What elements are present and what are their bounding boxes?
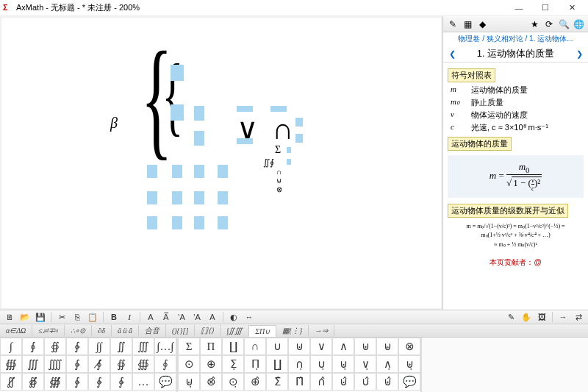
- palette-cell[interactable]: ⊗: [398, 338, 420, 355]
- palette-cell[interactable]: ⊗̂: [200, 373, 222, 391]
- palette-cell[interactable]: ∮: [22, 338, 44, 355]
- tab-arrows[interactable]: →⇒: [309, 325, 334, 336]
- arrows-icon[interactable]: ⇄: [572, 311, 585, 323]
- swap-icon[interactable]: ↔: [243, 311, 256, 323]
- palette-cell[interactable]: Π: [200, 338, 222, 355]
- palette-cell[interactable]: ∬̸: [0, 373, 22, 391]
- refresh-icon[interactable]: ⟳: [542, 18, 556, 31]
- placeholder[interactable]: [295, 118, 303, 126]
- palette-cell[interactable]: ∫∫: [88, 338, 110, 355]
- palette-cell[interactable]: ⊎: [354, 338, 376, 355]
- palette-cell[interactable]: ∪̣: [310, 355, 332, 373]
- placeholder[interactable]: [147, 216, 157, 229]
- formula-main[interactable]: m = m0 √1 − (vc)²: [448, 155, 584, 198]
- format-a3[interactable]: 'A: [175, 311, 188, 323]
- palette-cell[interactable]: Π̂: [288, 373, 310, 391]
- placeholder[interactable]: [295, 134, 303, 143]
- nav-next-icon[interactable]: ❯: [573, 49, 585, 59]
- formula-expansion[interactable]: m = m₀/√(1−(v/c)²) = m₀(1−v²/c²)^(−½) = …: [448, 219, 584, 253]
- palette-cell[interactable]: ∰: [132, 355, 154, 373]
- pencil-icon[interactable]: ✎: [446, 18, 459, 31]
- editor-canvas[interactable]: { { β ∨ ∩ Σ ∬∮ ∩ ⊎ ⊗: [1, 18, 441, 308]
- palette-cell[interactable]: ⊕̂: [244, 373, 266, 391]
- placeholder[interactable]: [147, 165, 157, 178]
- palette-cell[interactable]: ⊌̣: [178, 373, 200, 391]
- paste-icon[interactable]: 📋: [86, 311, 99, 323]
- star-icon[interactable]: ★: [528, 18, 541, 31]
- palette-cell[interactable]: ⨌: [44, 355, 66, 373]
- palette-cell[interactable]: ∯: [110, 355, 132, 373]
- search-icon[interactable]: 🔍: [557, 18, 570, 31]
- placeholder[interactable]: [218, 165, 228, 178]
- placeholder[interactable]: [172, 191, 182, 204]
- palette-cell[interactable]: ∲: [66, 338, 88, 355]
- palette-cell[interactable]: 💬: [154, 373, 176, 391]
- image-icon[interactable]: 🖼: [535, 311, 548, 323]
- cut-icon[interactable]: ✂: [55, 311, 68, 323]
- new-icon[interactable]: 🗎: [3, 311, 16, 323]
- palette-cell[interactable]: ∰̸: [44, 373, 66, 391]
- tab-delimiters[interactable]: ⟦⟧⟨⟩: [195, 325, 220, 336]
- palette-cell[interactable]: ⊎̂: [376, 373, 398, 391]
- palette-cell[interactable]: ∲: [88, 373, 110, 391]
- palette-cell[interactable]: ∐̣: [266, 355, 288, 373]
- palette-cell[interactable]: ∫: [0, 338, 22, 355]
- palette-cell[interactable]: Σ: [178, 338, 200, 355]
- grid-icon[interactable]: ▦: [461, 18, 474, 31]
- placeholder[interactable]: [218, 216, 228, 229]
- tab-phonetic[interactable]: 合音: [139, 324, 166, 338]
- tab-accents[interactable]: ā ü ã: [112, 325, 139, 336]
- palette-cell[interactable]: ∧̣: [376, 355, 398, 373]
- globe-icon[interactable]: 🌐: [572, 18, 585, 31]
- palette-cell[interactable]: ⊙̣: [222, 373, 244, 391]
- diamond-icon[interactable]: ◆: [476, 18, 489, 31]
- close-button[interactable]: ✕: [559, 1, 585, 15]
- group-icon[interactable]: ◐: [227, 311, 240, 323]
- palette-cell[interactable]: 💬: [398, 373, 420, 391]
- tab-brackets[interactable]: (){}[]: [166, 325, 195, 336]
- tab-greek[interactable]: α∈ΔΩ: [0, 325, 32, 336]
- format-a1[interactable]: A: [144, 311, 157, 323]
- maximize-button[interactable]: ☐: [532, 1, 559, 15]
- palette-cell[interactable]: ∬: [110, 338, 132, 355]
- palette-cell[interactable]: ∩: [244, 338, 266, 355]
- placeholder[interactable]: [218, 191, 228, 204]
- palette-cell[interactable]: ⊙: [178, 355, 200, 373]
- palette-cell[interactable]: Σ̂: [266, 373, 288, 391]
- palette-cell[interactable]: ⊎̣: [398, 355, 420, 373]
- format-a2[interactable]: A̅: [159, 311, 173, 323]
- placeholder[interactable]: [171, 104, 184, 121]
- tab-calculus[interactable]: ∂δ: [92, 325, 112, 336]
- copy-icon[interactable]: ⎘: [71, 311, 84, 323]
- placeholder[interactable]: [171, 65, 184, 81]
- placeholder[interactable]: [237, 106, 253, 112]
- nav-prev-icon[interactable]: ❮: [446, 49, 458, 59]
- placeholder[interactable]: [194, 191, 204, 204]
- palette-cell[interactable]: ∧: [332, 338, 354, 355]
- placeholder[interactable]: [287, 147, 291, 153]
- palette-cell[interactable]: …: [132, 373, 154, 391]
- hand-icon[interactable]: ✋: [520, 311, 533, 323]
- palette-cell[interactable]: ∫…∫: [154, 338, 176, 355]
- placeholder[interactable]: [147, 191, 157, 204]
- placeholder[interactable]: [194, 216, 204, 229]
- placeholder[interactable]: [194, 165, 204, 178]
- tab-bigops[interactable]: ΣΠ∪: [249, 325, 276, 337]
- format-a5[interactable]: A: [206, 311, 219, 323]
- tab-integrals[interactable]: ∫∬∭: [220, 325, 249, 336]
- tab-relations[interactable]: ≤≓∓≈: [32, 325, 65, 336]
- placeholder[interactable]: [194, 131, 204, 146]
- palette-cell[interactable]: ∨: [310, 338, 332, 355]
- breadcrumb[interactable]: 物理卷 / 狭义相对论 / 1. 运动物体...: [443, 32, 588, 46]
- palette-cell[interactable]: ∳: [66, 355, 88, 373]
- tab-matrix[interactable]: ▦{⋮}: [276, 325, 309, 336]
- palette-cell[interactable]: ∮̸: [88, 355, 110, 373]
- palette-cell[interactable]: ∩̂: [310, 373, 332, 391]
- arrow-icon[interactable]: →: [556, 311, 570, 323]
- placeholder[interactable]: [172, 165, 182, 178]
- palette-cell[interactable]: ∪: [266, 338, 288, 355]
- palette-cell[interactable]: ∮: [154, 355, 176, 373]
- format-a4[interactable]: 'A: [190, 311, 204, 323]
- italic-button[interactable]: I: [123, 311, 136, 323]
- placeholder[interactable]: [270, 106, 287, 112]
